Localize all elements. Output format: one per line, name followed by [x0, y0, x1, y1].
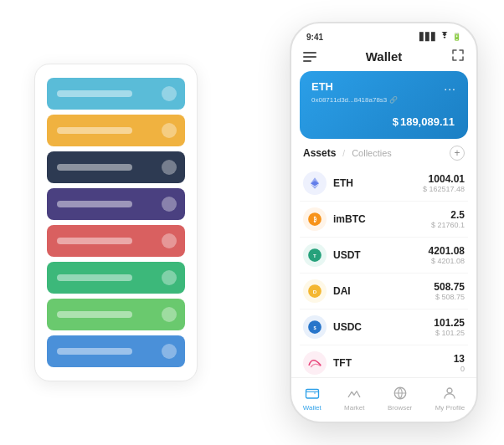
stack-card-2[interactable] [47, 115, 185, 146]
wifi-icon [440, 32, 450, 42]
wallet-nav-icon [304, 385, 321, 402]
dai-values: 508.75 $ 508.75 [434, 281, 465, 301]
eth-amount: 1004.01 [423, 173, 465, 185]
eth-icon [303, 171, 327, 195]
stack-card-4[interactable] [47, 188, 185, 220]
stack-card-icon [162, 197, 177, 212]
currency-symbol: $ [393, 115, 399, 128]
asset-item-dai[interactable]: D DAI 508.75 $ 508.75 [300, 274, 468, 309]
usdt-amount: 4201.08 [429, 245, 465, 257]
dai-info: DAI [333, 285, 434, 297]
usdt-usd: $ 4201.08 [429, 257, 465, 265]
battery-icon: 🔋 [452, 33, 461, 41]
tft-name: TFT [333, 357, 454, 369]
scene: 9:41 ▋▋▋ 🔋 Wallet [18, 13, 486, 432]
stack-card-label [57, 238, 132, 244]
stack-card-icon [162, 307, 177, 322]
asset-list: ETH 1004.01 $ 162517.48 ₿ imBTC 2.5 $ 21… [291, 166, 476, 377]
nav-profile[interactable]: My Profile [435, 385, 465, 412]
svg-text:D: D [313, 289, 317, 294]
signal-icon: ▋▋▋ [419, 33, 437, 41]
stack-card-6[interactable] [47, 262, 185, 294]
stack-card-1[interactable] [47, 78, 185, 110]
browser-nav-label: Browser [388, 404, 412, 412]
stack-card-3[interactable] [47, 151, 185, 183]
stack-card-label [57, 274, 132, 281]
tft-usd: 0 [454, 365, 465, 373]
imbtc-amount: 2.5 [431, 209, 465, 221]
asset-item-usdc[interactable]: $ USDC 101.25 $ 101.25 [300, 309, 468, 345]
eth-values: 1004.01 $ 162517.48 [423, 173, 465, 193]
nav-market[interactable]: Market [344, 385, 364, 412]
eth-card-title: ETH [311, 80, 333, 93]
usdc-usd: $ 101.25 [434, 329, 465, 337]
asset-item-usdt[interactable]: T USDT 4201.08 $ 4201.08 [300, 238, 468, 274]
asset-item-tft[interactable]: TFT 13 0 [300, 345, 468, 377]
svg-rect-8 [306, 390, 318, 399]
usdt-name: USDT [333, 249, 429, 261]
eth-card-header: ETH ... [311, 79, 456, 93]
eth-card[interactable]: ETH ... 0x08711d3d...8418a78s3 🔗 $189,08… [300, 71, 468, 139]
eth-card-amount: $189,089.11 [311, 109, 456, 130]
asset-item-imbtc[interactable]: ₿ imBTC 2.5 $ 21760.1 [300, 202, 468, 238]
svg-text:T: T [313, 253, 316, 258]
imbtc-values: 2.5 $ 21760.1 [431, 209, 465, 229]
eth-amount-value: 189,089.11 [400, 115, 455, 128]
card-stack [34, 64, 198, 381]
eth-info: ETH [333, 177, 423, 189]
market-nav-icon [346, 385, 363, 402]
stack-card-label [57, 127, 132, 134]
expand-icon[interactable] [451, 49, 465, 64]
eth-card-address: 0x08711d3d...8418a78s3 🔗 [311, 96, 456, 104]
stack-card-icon [162, 160, 177, 175]
stack-card-label [57, 164, 132, 171]
status-icons: ▋▋▋ 🔋 [419, 32, 461, 42]
phone-mockup: 9:41 ▋▋▋ 🔋 Wallet [290, 22, 478, 423]
dai-usd: $ 508.75 [434, 293, 465, 301]
tab-divider: / [342, 149, 345, 158]
stack-card-label [57, 348, 132, 355]
stack-card-7[interactable] [47, 299, 185, 330]
eth-usd: $ 162517.48 [423, 185, 465, 193]
imbtc-info: imBTC [333, 213, 431, 225]
usdt-icon: T [303, 243, 327, 267]
stack-card-icon [162, 270, 177, 285]
eth-card-more-button[interactable]: ... [444, 79, 456, 93]
tab-assets[interactable]: Assets [303, 147, 336, 159]
stack-card-5[interactable] [47, 225, 185, 257]
assets-tabs-left: Assets / Collecties [303, 147, 392, 159]
assets-tabs: Assets / Collecties + [291, 146, 476, 166]
usdc-icon: $ [303, 315, 327, 339]
hamburger-icon[interactable] [303, 52, 316, 62]
dai-amount: 508.75 [434, 281, 465, 293]
dai-icon: D [303, 279, 327, 303]
browser-nav-icon [392, 385, 409, 402]
wallet-nav-label: Wallet [303, 404, 321, 412]
stack-card-label [57, 201, 132, 207]
tft-amount: 13 [454, 353, 465, 365]
stack-card-icon [162, 123, 177, 138]
tft-values: 13 0 [454, 353, 465, 373]
nav-wallet[interactable]: Wallet [303, 385, 321, 412]
dai-name: DAI [333, 285, 434, 297]
nav-browser[interactable]: Browser [388, 385, 412, 412]
usdc-name: USDC [333, 321, 434, 333]
profile-nav-icon [441, 385, 458, 402]
asset-item-eth[interactable]: ETH 1004.01 $ 162517.48 [300, 166, 468, 202]
stack-card-8[interactable] [47, 335, 185, 367]
stack-card-label [57, 90, 132, 97]
bottom-nav: Wallet Market Browser My Profile [291, 377, 476, 422]
tab-collecties[interactable]: Collecties [352, 148, 392, 158]
usdc-info: USDC [333, 321, 434, 333]
usdt-info: USDT [333, 249, 429, 261]
stack-card-label [57, 311, 132, 318]
add-asset-button[interactable]: + [450, 146, 465, 161]
stack-card-icon [162, 233, 177, 248]
profile-nav-label: My Profile [435, 404, 465, 412]
stack-card-icon [162, 344, 177, 359]
usdt-values: 4201.08 $ 4201.08 [429, 245, 465, 265]
status-bar: 9:41 ▋▋▋ 🔋 [291, 23, 476, 45]
imbtc-name: imBTC [333, 213, 431, 225]
usdc-values: 101.25 $ 101.25 [434, 317, 465, 337]
svg-point-10 [447, 388, 452, 393]
